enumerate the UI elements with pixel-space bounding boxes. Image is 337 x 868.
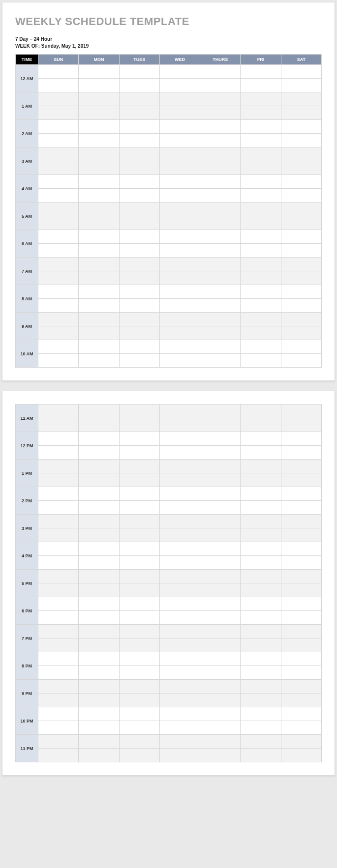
schedule-cell[interactable] [281,134,321,147]
schedule-cell[interactable] [38,79,79,92]
schedule-cell[interactable] [119,92,159,106]
schedule-cell[interactable] [79,749,119,762]
schedule-cell[interactable] [281,230,321,244]
schedule-cell[interactable] [241,625,281,638]
schedule-cell[interactable] [241,501,281,515]
schedule-cell[interactable] [159,405,200,418]
schedule-cell[interactable] [281,189,321,203]
schedule-cell[interactable] [119,749,159,762]
schedule-cell[interactable] [38,354,79,368]
schedule-cell[interactable] [200,285,241,299]
schedule-cell[interactable] [119,79,159,92]
schedule-cell[interactable] [119,707,159,721]
schedule-cell[interactable] [119,134,159,147]
schedule-cell[interactable] [281,79,321,92]
schedule-cell[interactable] [281,203,321,216]
schedule-cell[interactable] [38,405,79,418]
schedule-cell[interactable] [241,65,281,79]
schedule-cell[interactable] [119,611,159,625]
schedule-cell[interactable] [159,652,200,666]
schedule-cell[interactable] [241,354,281,368]
schedule-cell[interactable] [241,230,281,244]
schedule-cell[interactable] [281,175,321,189]
schedule-cell[interactable] [38,597,79,611]
schedule-cell[interactable] [241,487,281,501]
schedule-cell[interactable] [119,147,159,161]
schedule-cell[interactable] [241,120,281,134]
schedule-cell[interactable] [159,638,200,652]
schedule-cell[interactable] [241,405,281,418]
schedule-cell[interactable] [119,175,159,189]
schedule-cell[interactable] [281,354,321,368]
schedule-cell[interactable] [38,418,79,432]
schedule-cell[interactable] [79,583,119,597]
schedule-cell[interactable] [159,446,200,460]
schedule-cell[interactable] [79,597,119,611]
schedule-cell[interactable] [38,638,79,652]
schedule-cell[interactable] [159,721,200,735]
schedule-cell[interactable] [241,652,281,666]
schedule-cell[interactable] [38,473,79,487]
schedule-cell[interactable] [281,583,321,597]
schedule-cell[interactable] [119,258,159,271]
schedule-cell[interactable] [79,501,119,515]
schedule-cell[interactable] [159,528,200,542]
schedule-cell[interactable] [119,473,159,487]
schedule-cell[interactable] [200,175,241,189]
schedule-cell[interactable] [119,542,159,556]
schedule-cell[interactable] [119,189,159,203]
schedule-cell[interactable] [119,680,159,694]
schedule-cell[interactable] [200,638,241,652]
schedule-cell[interactable] [281,216,321,230]
schedule-cell[interactable] [119,106,159,120]
schedule-cell[interactable] [79,106,119,120]
schedule-cell[interactable] [200,65,241,79]
schedule-cell[interactable] [241,515,281,528]
schedule-cell[interactable] [159,583,200,597]
schedule-cell[interactable] [159,244,200,258]
schedule-cell[interactable] [241,147,281,161]
schedule-cell[interactable] [159,271,200,285]
schedule-cell[interactable] [241,707,281,721]
schedule-cell[interactable] [38,92,79,106]
schedule-cell[interactable] [38,203,79,216]
schedule-cell[interactable] [241,694,281,707]
schedule-cell[interactable] [119,313,159,326]
schedule-cell[interactable] [200,106,241,120]
schedule-cell[interactable] [79,432,119,446]
schedule-cell[interactable] [159,354,200,368]
schedule-cell[interactable] [200,340,241,354]
schedule-cell[interactable] [241,299,281,313]
schedule-cell[interactable] [241,460,281,473]
schedule-cell[interactable] [200,542,241,556]
schedule-cell[interactable] [79,134,119,147]
schedule-cell[interactable] [281,749,321,762]
schedule-cell[interactable] [159,460,200,473]
schedule-cell[interactable] [79,735,119,749]
schedule-cell[interactable] [159,694,200,707]
schedule-cell[interactable] [281,446,321,460]
schedule-cell[interactable] [38,189,79,203]
schedule-cell[interactable] [159,570,200,583]
schedule-cell[interactable] [38,340,79,354]
schedule-cell[interactable] [38,556,79,570]
schedule-cell[interactable] [200,258,241,271]
schedule-cell[interactable] [200,354,241,368]
schedule-cell[interactable] [159,79,200,92]
schedule-cell[interactable] [281,694,321,707]
schedule-cell[interactable] [119,735,159,749]
schedule-cell[interactable] [200,487,241,501]
schedule-cell[interactable] [38,501,79,515]
schedule-cell[interactable] [119,570,159,583]
schedule-cell[interactable] [200,707,241,721]
schedule-cell[interactable] [241,340,281,354]
schedule-cell[interactable] [200,625,241,638]
schedule-cell[interactable] [38,244,79,258]
schedule-cell[interactable] [241,432,281,446]
schedule-cell[interactable] [281,120,321,134]
schedule-cell[interactable] [159,134,200,147]
schedule-cell[interactable] [241,666,281,680]
schedule-cell[interactable] [38,120,79,134]
schedule-cell[interactable] [241,570,281,583]
schedule-cell[interactable] [79,487,119,501]
